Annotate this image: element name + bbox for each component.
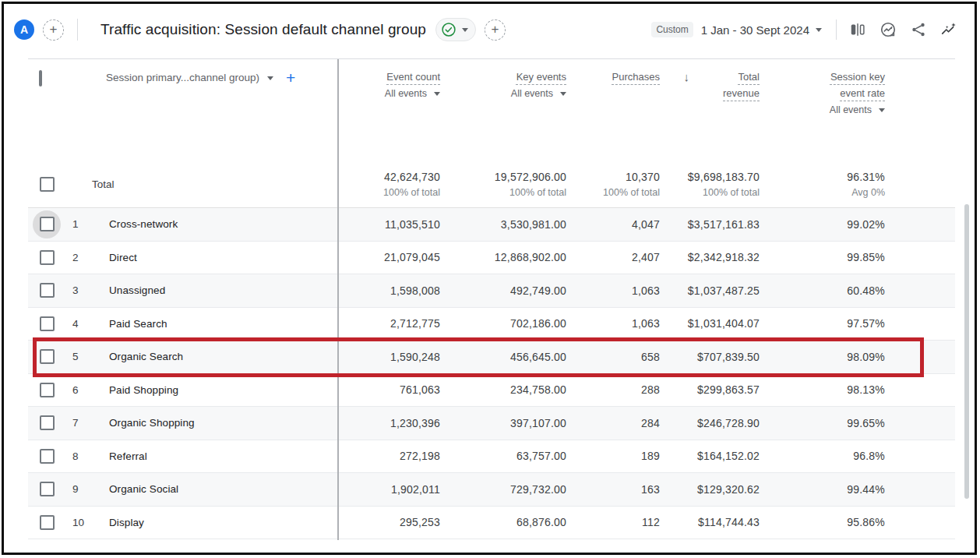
total-revenue: $9,698,183.70 — [660, 171, 760, 183]
divider — [77, 19, 78, 41]
metric-cell: $246,728.90 — [660, 417, 760, 429]
metric-cell: 1,230,396 — [338, 417, 440, 429]
magic-sparkline-icon[interactable] — [940, 21, 957, 38]
totals-checkbox[interactable] — [40, 177, 55, 192]
metric-cell: 761,063 — [338, 383, 440, 396]
row-index: 6 — [65, 384, 93, 396]
add-report-button[interactable]: + — [43, 19, 64, 41]
date-range-picker[interactable]: 1 Jan - 30 Sept 2024 — [693, 23, 822, 37]
row-index: 1 — [65, 218, 93, 230]
event-scope-selector[interactable]: All events — [440, 88, 566, 99]
page-title: Traffic acquisition: Session default cha… — [100, 21, 426, 38]
row-channel: Unassigned — [93, 284, 338, 296]
metric-cell: 284 — [566, 417, 660, 429]
caret-down-icon[interactable] — [267, 76, 273, 80]
column-header-purchases: Purchases — [566, 59, 660, 161]
add-dimension-button[interactable]: + — [286, 69, 295, 87]
event-scope-selector[interactable]: All events — [760, 104, 885, 115]
dimension-header: Session primary...channel group) + — [28, 59, 338, 161]
report-saved-status[interactable] — [435, 18, 476, 41]
add-comparison-button[interactable]: + — [485, 19, 506, 41]
caret-down-icon — [816, 28, 822, 32]
dimension-selector[interactable]: Session primary...channel group) — [106, 72, 259, 83]
column-label[interactable]: Key events — [516, 71, 566, 83]
metric-cell: $2,342,918.32 — [660, 251, 760, 263]
row-index: 8 — [65, 450, 93, 462]
report-toolbar — [849, 21, 957, 38]
row-checkbox[interactable] — [40, 383, 55, 397]
total-key-events: 19,572,906.00 — [440, 171, 566, 183]
report-table: Session primary...channel group) + Event… — [28, 58, 955, 539]
row-checkbox[interactable] — [40, 515, 55, 530]
metric-cell: 272,198 — [338, 450, 440, 462]
check-circle-icon — [441, 22, 457, 37]
row-checkbox-wrap — [33, 475, 61, 503]
total-session-key-event-rate: 96.31% — [760, 171, 885, 183]
row-checkbox[interactable] — [40, 349, 55, 364]
row-index: 2 — [65, 252, 93, 263]
column-label[interactable]: Session key event rate — [813, 69, 885, 101]
metric-cell: $114,744.43 — [660, 516, 760, 528]
vertical-scrollbar[interactable] — [964, 204, 969, 499]
plus-icon: + — [50, 22, 58, 37]
metric-cell: 2,712,775 — [338, 317, 440, 330]
metric-cell: 1,598,008 — [338, 284, 440, 297]
row-checkbox[interactable] — [40, 482, 55, 496]
metric-cell: 3,530,981.00 — [440, 218, 566, 231]
column-label[interactable]: Purchases — [612, 71, 660, 83]
sort-desc-icon[interactable]: ↓ — [684, 69, 690, 85]
metric-cell: 729,732.00 — [440, 483, 566, 496]
column-header-key-events: Key events All events — [440, 59, 566, 161]
metric-cell: $1,031,404.07 — [660, 317, 760, 330]
table-row: 10 Display 295,253 68,876.00 112 $114,74… — [28, 507, 955, 540]
report-header: A + Traffic acquisition: Session default… — [4, 4, 975, 55]
metric-cell: 163 — [566, 483, 660, 496]
date-range-value: 1 Jan - 30 Sept 2024 — [701, 23, 809, 37]
row-checkbox[interactable] — [40, 250, 55, 265]
row-index: 3 — [65, 284, 93, 296]
metric-cell: 99.44% — [760, 483, 885, 496]
share-icon[interactable] — [910, 21, 927, 38]
insights-icon[interactable] — [880, 21, 897, 38]
row-checkbox-wrap — [33, 442, 61, 470]
row-checkbox[interactable] — [40, 217, 55, 231]
event-scope-selector[interactable]: All events — [338, 88, 440, 99]
row-channel: Referral — [93, 450, 338, 462]
metric-cell: 12,868,902.00 — [440, 251, 566, 263]
row-checkbox[interactable] — [40, 316, 55, 331]
table-body: 1 Cross-network 11,035,510 3,530,981.00 … — [28, 208, 955, 539]
row-channel: Paid Search — [93, 318, 338, 330]
table-row: 6 Paid Shopping 761,063 234,758.00 288 $… — [28, 374, 955, 408]
total-purchases: 10,370 — [566, 171, 660, 183]
total-event-count: 42,624,730 — [338, 171, 440, 183]
table-row: 3 Unassigned 1,598,008 492,749.00 1,063 … — [28, 274, 955, 308]
metric-cell: 60.48% — [760, 284, 885, 297]
row-index: 5 — [65, 351, 93, 362]
metric-cell: 1,063 — [566, 284, 660, 297]
row-checkbox[interactable] — [40, 283, 55, 298]
row-index: 9 — [65, 483, 93, 495]
row-checkbox[interactable] — [40, 415, 55, 430]
column-label[interactable]: Total revenue — [708, 69, 760, 101]
row-channel: Organic Social — [93, 483, 338, 495]
table-row: 9 Organic Social 1,902,011 729,732.00 16… — [28, 473, 955, 507]
table-row: 2 Direct 21,079,045 12,868,902.00 2,407 … — [28, 242, 955, 275]
row-checkbox[interactable] — [40, 449, 55, 464]
comparison-icon[interactable] — [849, 21, 866, 38]
row-channel: Paid Shopping — [93, 384, 338, 396]
table-row: 5 Organic Search 1,590,248 456,645.00 65… — [28, 341, 955, 374]
column-label[interactable]: Event count — [386, 71, 440, 83]
metric-cell: 456,645.00 — [440, 351, 566, 363]
caret-down-icon — [560, 92, 566, 96]
metric-cell: $707,839.50 — [660, 351, 760, 363]
metric-cell: 234,758.00 — [440, 383, 566, 396]
metric-cell: 397,107.00 — [440, 417, 566, 429]
table-row: 8 Referral 272,198 63,757.00 189 $164,15… — [28, 440, 955, 474]
metric-cell: $164,152.02 — [660, 450, 760, 462]
avatar[interactable]: A — [14, 19, 34, 40]
totals-label: Total — [65, 178, 338, 190]
row-checkbox-wrap — [33, 343, 61, 371]
divider — [836, 19, 837, 40]
select-all-checkbox[interactable] — [39, 70, 42, 87]
totals-row: Total 42,624,730100% of total 19,572,906… — [28, 161, 955, 208]
